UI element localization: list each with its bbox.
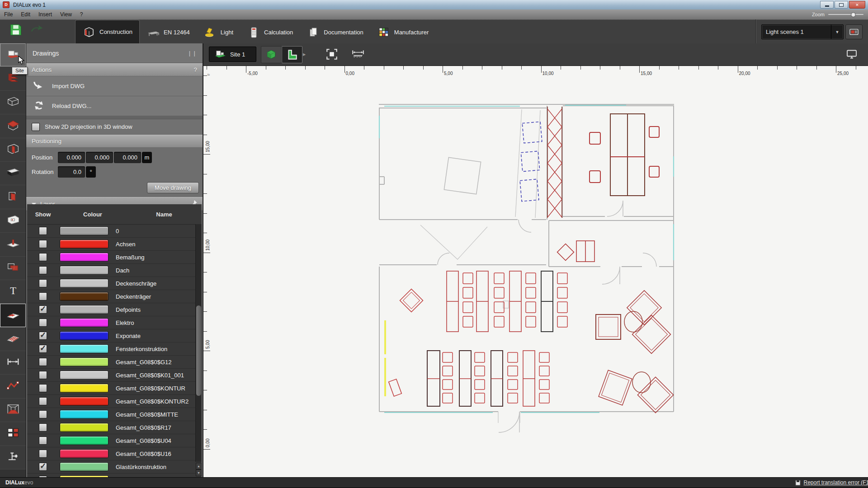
mode-tab[interactable]: Calculation bbox=[240, 21, 300, 43]
layer-colour-swatch[interactable] bbox=[60, 357, 108, 366]
layer-visibility-checkbox[interactable] bbox=[39, 410, 47, 418]
sidebar-tool-button[interactable] bbox=[0, 114, 26, 138]
sidebar-tool-button[interactable] bbox=[0, 304, 26, 327]
layer-visibility-checkbox[interactable] bbox=[39, 279, 47, 287]
help-icon[interactable]: ? bbox=[193, 66, 197, 73]
panel-grip-icon[interactable]: | | bbox=[189, 50, 196, 56]
layer-colour-swatch[interactable] bbox=[60, 449, 108, 458]
layer-colour-swatch[interactable] bbox=[60, 344, 108, 353]
layer-row[interactable]: 0 bbox=[27, 225, 202, 238]
sidebar-tool-button[interactable] bbox=[0, 162, 26, 185]
layer-colour-swatch[interactable] bbox=[60, 253, 108, 262]
sidebar-tool-button[interactable] bbox=[0, 328, 26, 351]
layer-row[interactable]: Glastürkonstruktion bbox=[27, 460, 202, 474]
layer-visibility-checkbox[interactable] bbox=[39, 240, 47, 248]
layer-colour-swatch[interactable] bbox=[60, 397, 108, 406]
sidebar-tool-button[interactable] bbox=[0, 233, 26, 256]
layer-visibility-checkbox[interactable] bbox=[39, 227, 47, 235]
zoom-slider[interactable] bbox=[828, 14, 863, 15]
layer-colour-swatch[interactable] bbox=[60, 305, 108, 314]
move-drawing-button[interactable]: Move drawing bbox=[147, 182, 199, 193]
layer-row[interactable]: Bemaßung bbox=[27, 251, 202, 264]
layer-colour-swatch[interactable] bbox=[60, 318, 108, 327]
action-button[interactable]: Reload DWG... bbox=[26, 96, 203, 116]
layer-visibility-checkbox[interactable] bbox=[39, 463, 47, 471]
menu-item[interactable]: Insert bbox=[34, 9, 56, 19]
layer-colour-swatch[interactable] bbox=[60, 292, 108, 301]
layer-row[interactable]: Defpoints bbox=[27, 303, 202, 316]
restore-button[interactable] bbox=[835, 1, 848, 9]
layer-visibility-checkbox[interactable] bbox=[39, 371, 47, 379]
layer-row[interactable]: Gesamt_G08$0$U16 bbox=[27, 447, 202, 460]
mode-tab[interactable]: Manufacturer bbox=[370, 21, 436, 43]
report-translation-link[interactable]: Report translation error (F11) bbox=[795, 479, 868, 486]
layer-colour-swatch[interactable] bbox=[60, 462, 108, 471]
close-button[interactable]: ✕ bbox=[849, 1, 865, 9]
sidebar-tool-button[interactable] bbox=[0, 185, 26, 209]
sidebar-tool-button[interactable] bbox=[0, 91, 26, 114]
layer-colour-swatch[interactable] bbox=[60, 239, 108, 249]
layer-colour-swatch[interactable] bbox=[60, 371, 108, 380]
layer-row[interactable]: Achsen bbox=[27, 238, 202, 251]
layer-row[interactable]: Gesamt_G08$0$KONTUR2 bbox=[27, 395, 202, 408]
chevron-down-icon[interactable]: ▼ bbox=[831, 25, 843, 39]
menu-item[interactable]: ? bbox=[76, 9, 87, 19]
mode-tab[interactable]: EN 12464 bbox=[140, 21, 197, 43]
sidebar-tool-button[interactable] bbox=[0, 446, 26, 469]
fit-view-button[interactable] bbox=[322, 46, 342, 62]
scrollbar-thumb[interactable] bbox=[196, 305, 201, 396]
scroll-up-icon[interactable]: ▲ bbox=[196, 463, 202, 469]
layer-row[interactable]: Lüftungsauslass bbox=[27, 474, 202, 477]
layer-visibility-checkbox[interactable] bbox=[39, 450, 47, 458]
layer-colour-swatch[interactable] bbox=[60, 226, 108, 235]
layer-row[interactable]: Gesamt_G08$0$R17 bbox=[27, 421, 202, 434]
menu-item[interactable]: Edit bbox=[17, 9, 34, 19]
layer-row[interactable]: Gesamt_G08$0$KONTUR bbox=[27, 382, 202, 395]
layer-row[interactable]: Dach bbox=[27, 264, 202, 277]
mode-tab[interactable]: Documentation bbox=[300, 21, 370, 43]
layer-visibility-checkbox[interactable] bbox=[39, 305, 47, 314]
layer-colour-swatch[interactable] bbox=[60, 410, 108, 419]
layer-row[interactable]: Fensterkonstruktion bbox=[27, 343, 202, 356]
layer-visibility-checkbox[interactable] bbox=[39, 358, 47, 366]
layer-row[interactable]: Gesamt_G08$0$G12 bbox=[27, 356, 202, 369]
undo-button[interactable] bbox=[29, 23, 44, 38]
layer-row[interactable]: Elektro bbox=[27, 316, 202, 329]
layer-visibility-checkbox[interactable] bbox=[39, 253, 47, 261]
layer-scrollbar[interactable] bbox=[195, 224, 202, 462]
layer-visibility-checkbox[interactable] bbox=[39, 266, 47, 274]
sidebar-tool-button[interactable] bbox=[0, 399, 26, 422]
layer-visibility-checkbox[interactable] bbox=[39, 384, 47, 392]
view-3d-button[interactable] bbox=[261, 46, 282, 63]
menu-item[interactable]: View bbox=[56, 9, 76, 19]
layer-row[interactable]: Deckenträger bbox=[27, 290, 202, 303]
action-button[interactable]: Import DWG bbox=[26, 76, 203, 96]
position-x-field[interactable]: 0.000 bbox=[58, 152, 85, 163]
light-scene-display-button[interactable] bbox=[845, 24, 863, 39]
drawing-viewport[interactable]: -5,000,005,0010,0015,0020,0025,00 15,001… bbox=[203, 66, 868, 477]
scroll-down-icon[interactable]: ▼ bbox=[196, 469, 202, 476]
projection-checkbox[interactable] bbox=[32, 123, 40, 131]
view-more-arrow-icon[interactable]: ▶ bbox=[303, 52, 306, 56]
zoom-slider-thumb[interactable] bbox=[851, 12, 856, 17]
layer-colour-swatch[interactable] bbox=[60, 436, 108, 445]
layer-colour-swatch[interactable] bbox=[60, 331, 108, 340]
layer-visibility-checkbox[interactable] bbox=[39, 345, 47, 353]
layer-colour-swatch[interactable] bbox=[60, 384, 108, 393]
layer-row[interactable]: Gesamt_G08$0$U04 bbox=[27, 434, 202, 447]
minimize-button[interactable] bbox=[820, 1, 834, 9]
layer-visibility-checkbox[interactable] bbox=[39, 423, 47, 432]
position-y-field[interactable]: 0.000 bbox=[86, 152, 113, 163]
layer-visibility-checkbox[interactable] bbox=[39, 436, 47, 445]
sidebar-tool-button[interactable] bbox=[0, 257, 26, 280]
layer-row[interactable]: Gesamt_G08$0$K01_001 bbox=[27, 369, 202, 382]
layer-colour-swatch[interactable] bbox=[60, 279, 108, 288]
layer-colour-swatch[interactable] bbox=[60, 266, 108, 275]
sidebar-tool-button[interactable] bbox=[0, 209, 26, 233]
layer-visibility-checkbox[interactable] bbox=[39, 319, 47, 327]
layer-row[interactable]: Gesamt_G08$0$MITTE bbox=[27, 408, 202, 421]
sidebar-tool-button[interactable] bbox=[0, 422, 26, 446]
layer-visibility-checkbox[interactable] bbox=[39, 292, 47, 300]
rotation-field[interactable]: 0.0 bbox=[58, 166, 85, 178]
layer-colour-swatch[interactable] bbox=[60, 423, 108, 432]
